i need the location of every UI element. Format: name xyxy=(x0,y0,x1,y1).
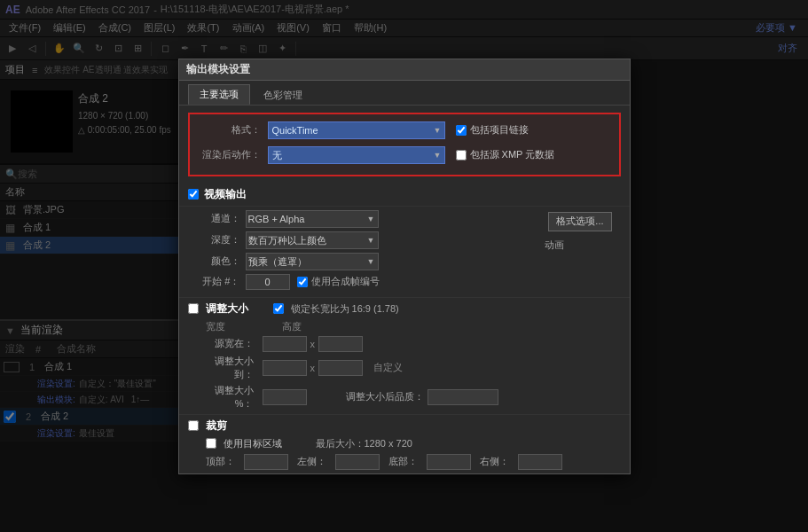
resize-percent-label: 调整大小 %： xyxy=(197,384,259,411)
resize-x-sep-1: x xyxy=(310,339,316,349)
height-unit-label: 高度 xyxy=(282,320,302,333)
video-output-checkbox[interactable] xyxy=(188,189,199,200)
format-section-highlight: 格式： QuickTime ▼ 包括项目链接 渲染后动作： xyxy=(188,113,621,176)
dialog-title: 输出模块设置 xyxy=(186,62,250,77)
animation-label: 动画 xyxy=(541,239,564,252)
right-input[interactable]: 0 xyxy=(518,454,562,470)
include-project-checkbox-row: 包括项目链接 xyxy=(456,123,529,137)
post-render-select-wrapper: 无 ▼ xyxy=(268,146,445,164)
lock-ratio-label: 锁定长宽比为 16:9 (1.78) xyxy=(291,302,399,316)
crop-section: 裁剪 使用目标区域 最后大小：1280 x 720 顶部： 0 左侧： 0 底部… xyxy=(179,414,630,473)
color-select[interactable]: 预乘（遮罩） xyxy=(246,253,379,270)
format-row: 格式： QuickTime ▼ 包括项目链接 xyxy=(197,120,612,141)
resize-to-row: 调整大小到： 1280 x 720 自定义 xyxy=(188,355,621,381)
start-label: 开始 #： xyxy=(197,275,246,288)
use-region-checkbox[interactable] xyxy=(206,438,216,449)
resize-x-sep-2: x xyxy=(310,363,316,373)
source-width-label: 源宽在： xyxy=(197,337,259,350)
video-right-col: 格式选项... 动画 xyxy=(541,210,611,252)
dialog-tab-main[interactable]: 主要选项 xyxy=(188,84,250,105)
depth-label: 深度： xyxy=(197,233,246,246)
channel-row: 通道： RGB + Alpha ▼ xyxy=(197,210,533,228)
post-render-select[interactable]: 无 xyxy=(268,146,445,164)
source-width-input[interactable]: 1280 xyxy=(263,336,307,352)
resize-source-row: 宽度 高度 xyxy=(188,320,621,333)
output-module-dialog: 输出模块设置 主要选项 色彩管理 格式： QuickTime ▼ xyxy=(178,59,631,474)
color-row: 颜色： 预乘（遮罩） ▼ xyxy=(197,253,533,270)
use-region-label: 使用目标区域 xyxy=(224,437,282,450)
include-project-checkbox[interactable] xyxy=(456,125,467,136)
bottom-label: 底部： xyxy=(388,455,418,468)
format-label: 格式： xyxy=(197,123,268,137)
video-left-col: 通道： RGB + Alpha ▼ 深度： 数百万 xyxy=(197,210,533,293)
resize-section: 调整大小 锁定长宽比为 16:9 (1.78) 宽度 高度 源宽在： 1280 … xyxy=(179,297,630,414)
frame-numbering-label: 使用合成帧编号 xyxy=(311,275,380,288)
modal-overlay: 输出模块设置 主要选项 色彩管理 格式： QuickTime ▼ xyxy=(0,0,808,532)
resize-quality-input[interactable]: 高 xyxy=(428,389,498,405)
channel-select-wrapper: RGB + Alpha ▼ xyxy=(246,210,379,228)
post-render-row: 渲染后动作： 无 ▼ 包括源 XMP 元数据 xyxy=(197,145,612,166)
depth-select[interactable]: 数百万种以上颜色 xyxy=(246,231,379,249)
lock-ratio-checkbox[interactable] xyxy=(273,303,284,314)
crop-checkbox[interactable] xyxy=(188,420,199,431)
width-unit-label: 宽度 xyxy=(206,320,225,333)
top-label: 顶部： xyxy=(206,455,235,468)
start-frame-row: 开始 #： 0 使用合成帧编号 xyxy=(197,274,533,290)
crop-label: 裁剪 xyxy=(206,419,227,434)
dialog-tabs: 主要选项 色彩管理 xyxy=(179,81,630,106)
dialog-title-bar: 输出模块设置 xyxy=(179,59,630,81)
depth-select-wrapper: 数百万种以上颜色 ▼ xyxy=(246,231,379,249)
resize-percent-row: 调整大小 %： x 调整大小后品质： 高 xyxy=(188,384,621,411)
include-xmp-checkbox[interactable] xyxy=(456,150,467,160)
dialog-tab-color[interactable]: 色彩管理 xyxy=(252,85,314,105)
video-settings-area: 通道： RGB + Alpha ▼ 深度： 数百万 xyxy=(179,207,630,297)
format-select-wrapper: QuickTime ▼ xyxy=(268,121,445,139)
bottom-input[interactable]: 0 xyxy=(427,454,471,470)
source-height-input[interactable]: 720 xyxy=(318,336,363,352)
resize-custom-label: 自定义 xyxy=(373,361,403,374)
final-size-label: 最后大小：1280 x 720 xyxy=(316,437,412,450)
format-options-button[interactable]: 格式选项... xyxy=(548,212,611,231)
frame-numbering-checkbox[interactable] xyxy=(297,277,308,287)
include-xmp-checkbox-row: 包括源 XMP 元数据 xyxy=(456,148,555,161)
resize-label: 调整大小 xyxy=(206,301,248,317)
resize-percent-x-input[interactable]: x xyxy=(263,389,307,405)
include-xmp-label: 包括源 XMP 元数据 xyxy=(470,148,555,161)
resize-quality-label: 调整大小后品质： xyxy=(346,390,424,403)
post-render-label: 渲染后动作： xyxy=(197,148,268,161)
crop-values-row: 顶部： 0 左侧： 0 底部： 0 右侧： 0 xyxy=(188,454,621,470)
color-label: 颜色： xyxy=(197,254,246,268)
resize-to-h-input[interactable]: 720 xyxy=(318,360,363,376)
crop-header-row: 裁剪 xyxy=(188,419,621,434)
left-label: 左侧： xyxy=(297,455,326,468)
resize-to-w-input[interactable]: 1280 xyxy=(263,360,307,376)
dialog-scroll-area: 格式： QuickTime ▼ 包括项目链接 渲染后动作： xyxy=(179,106,630,473)
left-input[interactable]: 0 xyxy=(335,454,380,470)
color-select-wrapper: 预乘（遮罩） ▼ xyxy=(246,253,379,270)
start-value-input[interactable]: 0 xyxy=(246,274,290,290)
depth-row: 深度： 数百万种以上颜色 ▼ xyxy=(197,231,533,249)
right-label: 右侧： xyxy=(480,455,509,468)
video-output-label: 视频输出 xyxy=(204,187,247,202)
top-input[interactable]: 0 xyxy=(244,454,288,470)
resize-checkbox[interactable] xyxy=(188,303,199,314)
include-project-label: 包括项目链接 xyxy=(470,123,529,137)
video-output-section-header: 视频输出 xyxy=(179,184,630,207)
crop-use-region-row: 使用目标区域 最后大小：1280 x 720 xyxy=(188,437,621,450)
resize-header-row: 调整大小 锁定长宽比为 16:9 (1.78) xyxy=(188,301,621,317)
resize-to-label: 调整大小到： xyxy=(197,355,259,381)
format-select[interactable]: QuickTime xyxy=(268,121,445,139)
resize-source-values-row: 源宽在： 1280 x 720 xyxy=(188,336,621,352)
channel-select[interactable]: RGB + Alpha xyxy=(246,210,379,228)
channel-label: 通道： xyxy=(197,212,246,225)
